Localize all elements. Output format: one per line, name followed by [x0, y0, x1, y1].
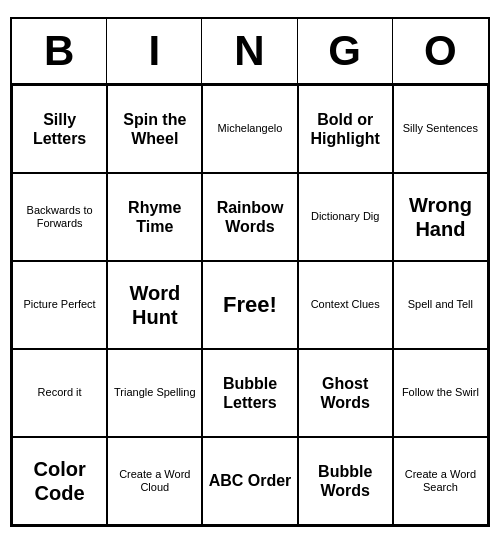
bingo-header: BINGO [12, 19, 488, 85]
bingo-cell: Follow the Swirl [393, 349, 488, 437]
bingo-cell: Bubble Letters [202, 349, 297, 437]
header-letter: N [202, 19, 297, 83]
bingo-cell: Silly Letters [12, 85, 107, 173]
bingo-cell: Color Code [12, 437, 107, 525]
bingo-cell: Bubble Words [298, 437, 393, 525]
bingo-cell: Backwards to Forwards [12, 173, 107, 261]
bingo-cell: Ghost Words [298, 349, 393, 437]
bingo-cell: Spell and Tell [393, 261, 488, 349]
bingo-card: BINGO Silly LettersSpin the WheelMichela… [10, 17, 490, 527]
bingo-cell: Bold or Highlight [298, 85, 393, 173]
header-letter: I [107, 19, 202, 83]
bingo-cell: Free! [202, 261, 297, 349]
bingo-cell: Rhyme Time [107, 173, 202, 261]
header-letter: B [12, 19, 107, 83]
bingo-grid: Silly LettersSpin the WheelMichelangeloB… [12, 85, 488, 525]
bingo-cell: Record it [12, 349, 107, 437]
bingo-cell: Create a Word Cloud [107, 437, 202, 525]
bingo-cell: Triangle Spelling [107, 349, 202, 437]
header-letter: G [298, 19, 393, 83]
bingo-cell: Michelangelo [202, 85, 297, 173]
bingo-cell: ABC Order [202, 437, 297, 525]
bingo-cell: Silly Sentences [393, 85, 488, 173]
header-letter: O [393, 19, 488, 83]
bingo-cell: Word Hunt [107, 261, 202, 349]
bingo-cell: Spin the Wheel [107, 85, 202, 173]
bingo-cell: Create a Word Search [393, 437, 488, 525]
bingo-cell: Dictionary Dig [298, 173, 393, 261]
bingo-cell: Rainbow Words [202, 173, 297, 261]
bingo-cell: Context Clues [298, 261, 393, 349]
bingo-cell: Picture Perfect [12, 261, 107, 349]
bingo-cell: Wrong Hand [393, 173, 488, 261]
